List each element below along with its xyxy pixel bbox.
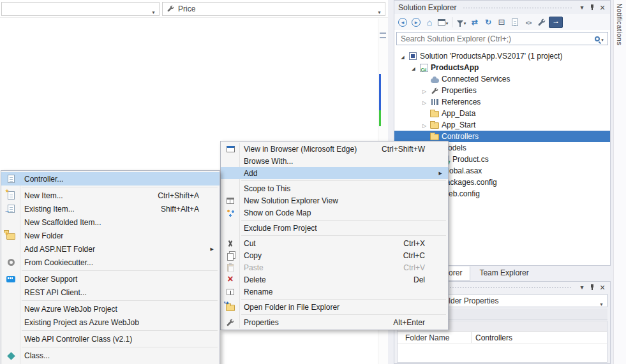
sync-icon <box>472 18 478 27</box>
tab-team-explorer[interactable]: Team Explorer <box>472 266 536 280</box>
pin-button[interactable] <box>587 282 597 293</box>
menu-item-docker-support[interactable]: Docker Support <box>1 272 220 286</box>
menu-item-cut[interactable]: Cut Ctrl+X <box>221 237 448 249</box>
tree-item-label: App_Data <box>440 109 475 118</box>
class-icon <box>7 352 15 360</box>
folder-icon <box>430 122 439 129</box>
menu-item-view-in-browser[interactable]: View in Browser (Microsoft Edge) Ctrl+Sh… <box>221 143 448 155</box>
menu-item-web-api-controller-class[interactable]: Web API Controller Class (v2.1) <box>1 332 220 346</box>
expander-icon[interactable] <box>398 52 407 61</box>
preview-selected-items-icon <box>549 17 563 28</box>
home-button[interactable] <box>423 16 436 29</box>
menu-item-label: New Item... <box>20 191 63 200</box>
close-button[interactable] <box>597 3 607 13</box>
menu-item-add-aspnet-folder[interactable]: Add ASP.NET Folder <box>1 242 220 256</box>
change-marker-green <box>379 110 381 126</box>
menu-item-paste[interactable]: Paste Ctrl+V <box>221 261 448 273</box>
properties-button[interactable] <box>535 16 548 29</box>
property-row[interactable]: Folder Name Controllers <box>398 332 607 344</box>
menu-separator <box>22 187 218 187</box>
tree-item-label: Properties <box>440 86 477 95</box>
back-button[interactable] <box>396 16 409 29</box>
forward-button[interactable] <box>410 16 422 29</box>
search-button[interactable] <box>591 33 607 45</box>
menu-item-label: Delete <box>240 275 266 284</box>
menu-item-scope-to-this[interactable]: Scope to This <box>221 182 448 194</box>
menu-item-show-on-code-map[interactable]: Show on Code Map <box>221 207 448 219</box>
menu-item-label: Cut <box>240 239 256 248</box>
menu-item-browse-with[interactable]: Browse With... <box>221 155 448 167</box>
menu-item-new-folder[interactable]: New Folder <box>1 229 220 242</box>
delete-icon <box>227 275 233 284</box>
open-folder-icon <box>226 305 235 311</box>
new-view-icon <box>227 198 234 204</box>
tree-item-app-start[interactable]: App_Start <box>394 119 610 131</box>
menu-item-new-scaffolded-item[interactable]: New Scaffolded Item... <box>1 215 220 229</box>
menu-item-shortcut: Del <box>414 275 448 284</box>
tree-item-solution[interactable]: Solution 'ProductsApp.VS2017' (1 project… <box>394 50 610 62</box>
refresh-button[interactable] <box>482 16 495 29</box>
show-all-files-button[interactable] <box>509 16 521 29</box>
menu-item-class[interactable]: Class... <box>1 349 220 362</box>
members-dropdown-value: Price <box>178 4 195 13</box>
pin-button[interactable] <box>587 3 597 13</box>
pending-changes-filter-button[interactable] <box>455 16 468 29</box>
close-button[interactable] <box>597 282 607 293</box>
menu-item-exclude-from-project[interactable]: Exclude From Project <box>221 222 448 234</box>
sync-with-active-document-button[interactable] <box>468 16 481 29</box>
splitter-grip-icon[interactable] <box>380 33 386 38</box>
switch-views-button[interactable] <box>436 16 449 29</box>
menu-item-delete[interactable]: Delete Del <box>221 273 448 286</box>
menu-item-controller[interactable]: Controller... <box>1 172 220 186</box>
window-position-button[interactable] <box>577 282 587 293</box>
page-icon <box>8 175 15 183</box>
wrench-icon <box>227 319 234 326</box>
menu-item-add[interactable]: Add <box>221 167 448 179</box>
menu-item-new-solution-explorer-view[interactable]: New Solution Explorer View <box>221 194 448 207</box>
menu-item-label: New Scaffolded Item... <box>20 218 101 227</box>
menu-item-existing-item[interactable]: Existing Item... Shift+Alt+A <box>1 202 220 215</box>
menu-item-shortcut: Alt+Enter <box>393 318 448 327</box>
menu-item-properties[interactable]: Properties Alt+Enter <box>221 316 448 328</box>
menu-item-rename[interactable]: Rename <box>221 286 448 298</box>
tree-item-references[interactable]: References <box>394 96 610 108</box>
menu-item-rest-api-client[interactable]: REST API Client... <box>1 286 220 299</box>
expander-icon[interactable] <box>409 63 418 72</box>
collapse-all-button[interactable] <box>495 16 508 29</box>
preview-selected-items-button[interactable] <box>549 16 563 29</box>
expander-icon[interactable] <box>420 120 429 129</box>
menu-separator <box>241 180 446 181</box>
menu-item-shortcut: Ctrl+Shift+A <box>158 191 220 200</box>
property-value[interactable]: Controllers <box>472 332 512 343</box>
folder-icon <box>430 134 439 140</box>
menu-item-label: Paste <box>240 263 264 272</box>
change-marker-blue <box>379 74 381 110</box>
members-dropdown[interactable]: Price <box>162 2 385 16</box>
menu-item-open-folder-in-file-explorer[interactable]: Open Folder in File Explorer <box>221 301 448 313</box>
tree-item-connected-services[interactable]: Connected Services <box>394 73 610 85</box>
window-position-button[interactable] <box>577 3 587 13</box>
menu-item-from-cookiecutter[interactable]: From Cookiecutter... <box>1 256 220 269</box>
menu-item-copy[interactable]: Copy Ctrl+C <box>221 249 448 261</box>
menu-separator <box>241 220 446 221</box>
folder-star-icon <box>6 233 15 240</box>
tree-item-label: References <box>440 98 481 106</box>
expander-icon[interactable] <box>420 98 429 106</box>
notifications-tab[interactable]: Notifications <box>616 0 623 45</box>
expander-icon[interactable] <box>420 86 429 95</box>
menu-item-existing-project-as-azure-webjob[interactable]: Existing Project as Azure WebJob <box>1 316 220 329</box>
menu-item-label: Web API Controller Class (v2.1) <box>20 335 132 344</box>
menu-item-new-azure-webjob-project[interactable]: New Azure WebJob Project <box>1 302 220 316</box>
tree-item-project[interactable]: ProductsApp <box>394 62 610 73</box>
tree-item-properties[interactable]: Properties <box>394 85 610 96</box>
menu-item-new-item[interactable]: New Item... Ctrl+Shift+A <box>1 189 220 202</box>
panel-title: Solution Explorer <box>398 3 456 12</box>
chevron-down-icon <box>464 18 466 27</box>
drag-grip[interactable] <box>463 7 572 9</box>
view-code-button[interactable] <box>522 16 535 29</box>
menu-item-label: Exclude From Project <box>240 224 317 233</box>
tree-item-app-data[interactable]: App_Data <box>394 108 610 119</box>
search-input[interactable] <box>397 34 591 43</box>
types-dropdown[interactable] <box>1 2 160 16</box>
chevron-down-icon <box>377 7 382 16</box>
